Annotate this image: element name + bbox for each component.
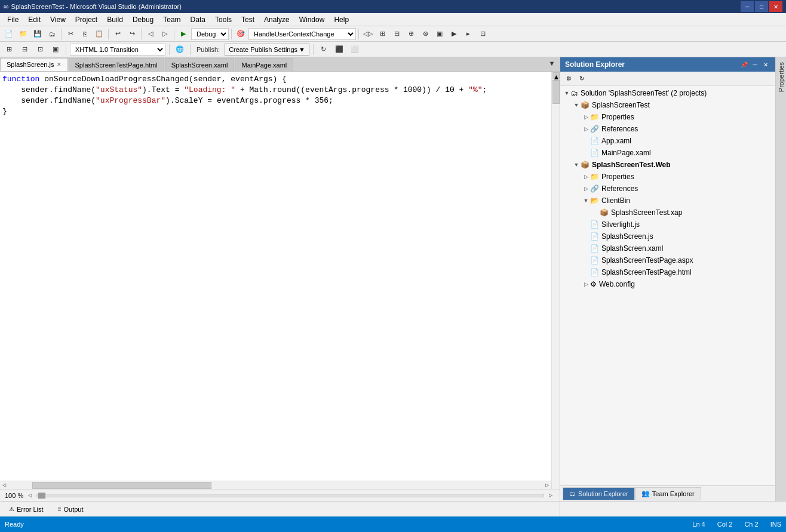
tb2-btn4[interactable]: ▣	[49, 43, 62, 56]
p2-webconfig-expander[interactable]: ▷	[582, 280, 590, 288]
project1-expander[interactable]: ▼	[572, 101, 581, 109]
menu-project[interactable]: Project	[70, 13, 102, 26]
zoom-left[interactable]: ◁	[26, 491, 34, 500]
undo-button[interactable]: ↩	[111, 27, 124, 41]
cut-button[interactable]: ✂	[64, 27, 77, 41]
publish-dropdown-arrow[interactable]: ▼	[299, 46, 305, 53]
zoom-thumb[interactable]	[38, 493, 45, 499]
tree-p2-silverlightjs[interactable]: ▷ 📄 Silverlight.js	[560, 219, 775, 230]
minimize-button[interactable]: ─	[741, 1, 754, 12]
menu-help[interactable]: Help	[329, 13, 354, 26]
menu-tools[interactable]: Tools	[210, 13, 237, 26]
tab-splashscreentestpage[interactable]: SplashScreenTestPage.html	[69, 58, 164, 71]
hscroll-left[interactable]: ◁	[0, 481, 8, 490]
se-minimize-button[interactable]: ─	[750, 60, 760, 69]
menu-build[interactable]: Build	[102, 13, 128, 26]
nav-back-button[interactable]: ◁	[144, 27, 157, 41]
start-button[interactable]: ▶	[177, 27, 190, 41]
tree-p2-splashscreenxaml[interactable]: ▷ 📄 SplashScreen.xaml	[560, 242, 775, 254]
menu-view[interactable]: View	[45, 13, 70, 26]
hscroll-track[interactable]	[8, 481, 543, 489]
se-tab-team-explorer[interactable]: 👥 Team Explorer	[635, 487, 701, 500]
bottom-tab-output[interactable]: ≡ Output	[51, 503, 90, 516]
new-project-button[interactable]: 📄	[2, 27, 16, 41]
solution-expander[interactable]: ▼	[563, 89, 571, 97]
tb2-btn5[interactable]: 🌐	[173, 43, 186, 56]
tree-p2-splashscreenjs[interactable]: ▷ 📄 SplashScreen.js	[560, 230, 775, 242]
p2-references-expander[interactable]: ▷	[582, 184, 590, 193]
publish-btn3[interactable]: ⬜	[348, 43, 361, 56]
menu-analyze[interactable]: Analyze	[259, 13, 294, 26]
xhtml-mode-dropdown[interactable]: XHTML 1.0 Transition	[70, 44, 165, 56]
paste-button[interactable]: 📋	[93, 27, 106, 41]
tree-p2-aspx[interactable]: ▷ 📄 SplashScreenTestPage.aspx	[560, 254, 775, 266]
copy-button[interactable]: ⎘	[78, 27, 91, 41]
tab-splashscreenjs[interactable]: SplashScreen.js ✕	[0, 58, 68, 71]
nav-btn5[interactable]: ⊗	[419, 27, 432, 41]
open-button[interactable]: 📁	[17, 27, 30, 41]
tree-solution[interactable]: ▼ 🗂 Solution 'SplashScreenTest' (2 proje…	[560, 87, 775, 99]
se-refresh-button[interactable]: ↻	[576, 73, 588, 85]
se-tab-solution-explorer[interactable]: 🗂 Solution Explorer	[563, 487, 635, 500]
nav-forward-button[interactable]: ▷	[158, 27, 171, 41]
nav-btn4[interactable]: ⊕	[404, 27, 417, 41]
nav-btn9[interactable]: ⊡	[476, 27, 489, 41]
vscroll-thumb[interactable]	[552, 80, 560, 104]
create-publish-settings-button[interactable]: Create Publish Settings ▼	[225, 44, 309, 56]
zoom-slider[interactable]	[36, 494, 544, 497]
publish-btn2[interactable]: ⬛	[333, 43, 346, 56]
editor-dropdown-button[interactable]: ▼	[545, 57, 558, 70]
menu-window[interactable]: Window	[294, 13, 330, 26]
p1-properties-expander[interactable]: ▷	[582, 113, 590, 121]
tab-splashscreenjs-close[interactable]: ✕	[57, 61, 62, 67]
p2-clientbin-expander[interactable]: ▼	[582, 196, 590, 205]
editor-hscroll[interactable]: ◁ ▷	[0, 481, 551, 489]
code-editor[interactable]: function onSourceDownloadProgressChanged…	[0, 72, 551, 481]
nav-btn6[interactable]: ▣	[433, 27, 446, 41]
nav-btn7[interactable]: ▶	[447, 27, 460, 41]
menu-test[interactable]: Test	[237, 13, 259, 26]
zoom-right[interactable]: ▷	[546, 491, 555, 500]
tb2-btn3[interactable]: ⊡	[33, 43, 47, 56]
nav-btn3[interactable]: ⊟	[390, 27, 403, 41]
tree-project1[interactable]: ▼ 📦 SplashScreenTest	[560, 99, 775, 111]
tb2-btn2[interactable]: ⊟	[18, 43, 31, 56]
tree-p1-mainpagexaml[interactable]: ▷ 📄 MainPage.xaml	[560, 147, 775, 159]
tree-p1-references[interactable]: ▷ 🔗 References	[560, 123, 775, 135]
tab-mainpagexaml[interactable]: MainPage.xaml	[235, 58, 293, 71]
se-pin-button[interactable]: 📌	[739, 60, 749, 69]
nav-btn8[interactable]: ▸	[462, 27, 475, 41]
tree-p2-html[interactable]: ▷ 📄 SplashScreenTestPage.html	[560, 266, 775, 278]
tree-p2-properties[interactable]: ▷ 📁 Properties	[560, 171, 775, 183]
tree-p2-references[interactable]: ▷ 🔗 References	[560, 183, 775, 195]
bottom-tab-error-list[interactable]: ⚠ Error List	[2, 503, 50, 516]
close-button[interactable]: ✕	[769, 1, 782, 12]
se-properties-button[interactable]: ⚙	[563, 73, 575, 85]
vscroll-up[interactable]: ▲	[552, 72, 560, 79]
menu-file[interactable]: File	[2, 13, 23, 26]
tree-p2-xap[interactable]: ▷ 📦 SplashScreenTest.xap	[560, 207, 775, 219]
properties-label[interactable]: Properties	[776, 60, 786, 94]
debug-mode-dropdown[interactable]: Debug	[191, 28, 229, 40]
tree-p2-clientbin[interactable]: ▼ 📂 ClientBin	[560, 195, 775, 207]
nav-btn2[interactable]: ⊞	[376, 27, 389, 41]
menu-debug[interactable]: Debug	[128, 13, 158, 26]
menu-team[interactable]: Team	[158, 13, 185, 26]
editor-vscrollbar[interactable]: ▲	[551, 72, 560, 489]
tree-project2[interactable]: ▼ 📦 SplashScreenTest.Web	[560, 159, 775, 171]
menu-edit[interactable]: Edit	[23, 13, 45, 26]
restore-button[interactable]: □	[755, 1, 768, 12]
project2-expander[interactable]: ▼	[572, 161, 581, 169]
redo-button[interactable]: ↪	[125, 27, 139, 41]
hscroll-thumb[interactable]	[32, 482, 211, 489]
se-close-button[interactable]: ✕	[761, 60, 770, 69]
tb2-btn1[interactable]: ⊞	[2, 43, 16, 56]
nav-btn1[interactable]: ◁▷	[361, 27, 374, 41]
function-dropdown[interactable]: HandleUserContextChange	[248, 28, 356, 40]
tab-splashscreenxaml[interactable]: SplashScreen.xaml	[165, 58, 235, 71]
save-button[interactable]: 💾	[31, 27, 44, 41]
hscroll-right[interactable]: ▷	[543, 481, 551, 490]
tree-p2-webconfig[interactable]: ▷ ⚙ Web.config	[560, 278, 775, 290]
tree-p1-appxaml[interactable]: ▷ 📄 App.xaml	[560, 135, 775, 147]
save-all-button[interactable]: 🗂	[45, 27, 59, 41]
